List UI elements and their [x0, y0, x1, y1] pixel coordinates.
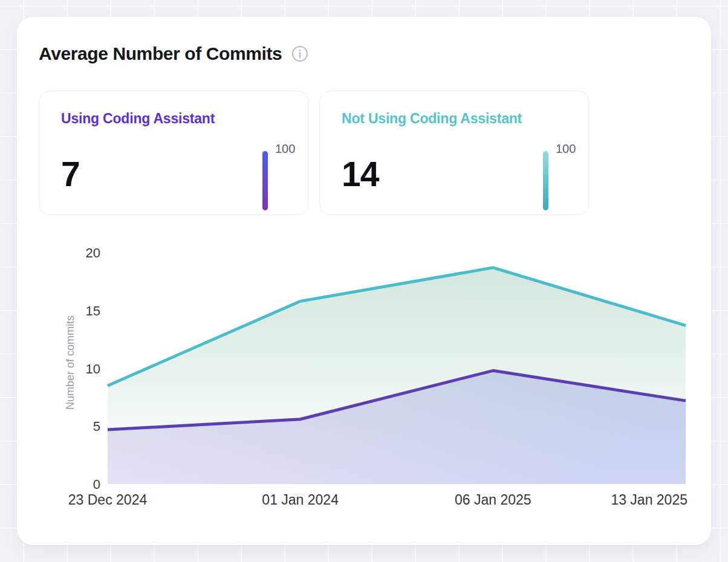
y-axis-tick: 10 — [86, 361, 100, 376]
x-axis-label: 13 Jan 2025 — [611, 492, 687, 508]
commits-area-chart: 0510152023 Dec 202401 Jan 202406 Jan 202… — [0, 0, 728, 562]
y-axis-title: Number of commits — [64, 315, 76, 410]
y-axis-tick: 15 — [86, 303, 100, 318]
x-axis-label: 23 Dec 2024 — [68, 492, 148, 508]
y-axis-tick: 20 — [86, 245, 100, 260]
x-axis-label: 06 Jan 2025 — [455, 492, 531, 508]
y-axis-tick: 0 — [93, 477, 100, 492]
y-axis-tick: 5 — [93, 419, 100, 434]
x-axis-label: 01 Jan 2024 — [262, 492, 339, 508]
